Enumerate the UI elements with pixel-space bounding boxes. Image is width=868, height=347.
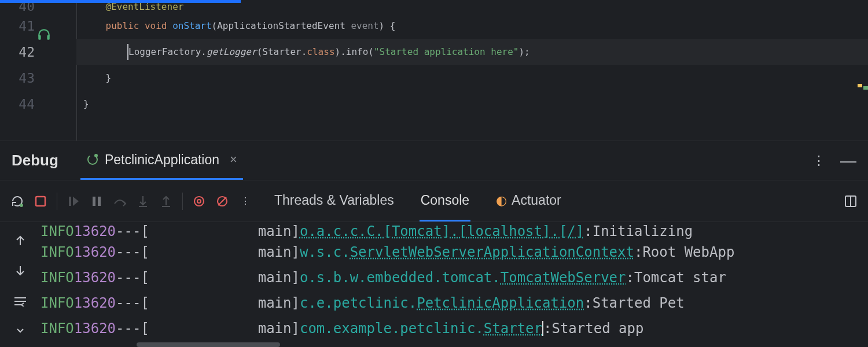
code-line[interactable]: } [76,65,868,91]
minimize-icon[interactable]: — [840,152,856,170]
debug-title: Debug [12,152,58,169]
pause-button[interactable] [85,190,108,213]
kebab-menu-icon[interactable]: ⋮ [812,153,826,168]
stop-button[interactable] [29,190,52,213]
step-over-button[interactable] [108,190,131,213]
close-tab-icon[interactable]: × [230,152,237,167]
view-breakpoints-button[interactable] [187,190,211,213]
log-line[interactable]: INFO 13620 --- [ main] com.example.petcl… [41,316,868,341]
svg-rect-5 [36,197,45,206]
svg-point-4 [20,204,23,207]
code-line[interactable]: LoggerFactory.getLogger(Starter.class).i… [76,39,868,65]
debug-tool-window-header: Debug PetclinicApplication × ⋮ — [0,141,868,180]
svg-point-3 [94,154,98,157]
step-into-button[interactable] [131,190,155,213]
mute-breakpoints-button[interactable] [211,190,234,213]
run-config-icon [86,153,99,166]
threads-tab[interactable]: Threads & Variables [273,181,395,222]
log-line[interactable]: INFO 13620 --- [ main] o.s.b.w.embedded.… [41,265,868,290]
code-area[interactable]: @EventListener public void onStart(Appli… [76,0,868,141]
log-line[interactable]: INFO 13620 --- [ main] w.s.c.ServletWebS… [41,239,868,265]
console-tab[interactable]: Console [420,181,470,222]
svg-rect-6 [69,197,71,206]
layout-settings-icon[interactable] [839,190,862,213]
step-out-button[interactable] [155,190,178,213]
svg-marker-7 [73,197,79,206]
log-line[interactable]: INFO 13620 --- [ main] c.e.petclinic.Pet… [41,290,868,316]
actuator-tab[interactable]: ◐Actuator [495,181,562,222]
down-stack-icon[interactable] [11,261,30,280]
line-number[interactable]: 41 [0,13,35,39]
resume-button[interactable] [62,190,85,213]
console-output[interactable]: INFO 13620 --- [ main] o.a.c.c.C.[Tomcat… [41,222,868,347]
soft-wrap-icon[interactable] [11,291,30,310]
svg-point-15 [197,200,201,203]
progress-bar [0,0,241,3]
line-number[interactable]: 42 [0,39,35,65]
up-stack-icon[interactable] [11,231,30,250]
run-config-tab[interactable]: PetclinicApplication × [80,141,243,180]
scroll-to-end-icon[interactable] [11,322,30,340]
code-line[interactable]: } [76,91,868,117]
actuator-icon: ◐ [496,193,507,208]
editor-gutter: 4041424344 [0,0,76,141]
actuator-label: Actuator [512,193,561,208]
svg-rect-8 [93,197,95,206]
svg-point-14 [194,197,204,206]
more-actions-icon[interactable]: ⋮ [234,190,257,213]
console-panel: INFO 13620 --- [ main] o.a.c.c.C.[Tomcat… [0,222,868,347]
svg-rect-9 [98,197,101,206]
line-number[interactable]: 44 [0,91,35,117]
console-gutter [0,222,41,347]
code-line[interactable]: public void onStart(ApplicationStartedEv… [76,13,868,39]
run-config-label: PetclinicApplication [105,152,219,168]
line-number[interactable]: 43 [0,65,35,91]
log-line[interactable]: INFO 13620 --- [ main] o.a.c.c.C.[Tomcat… [41,222,868,239]
debug-toolbar: ⋮ Threads & Variables Console ◐Actuator [0,180,868,222]
horizontal-scrollbar[interactable] [137,342,280,347]
code-editor[interactable]: 4041424344 @EventListener public void on… [0,0,868,141]
rerun-button[interactable] [6,190,29,213]
